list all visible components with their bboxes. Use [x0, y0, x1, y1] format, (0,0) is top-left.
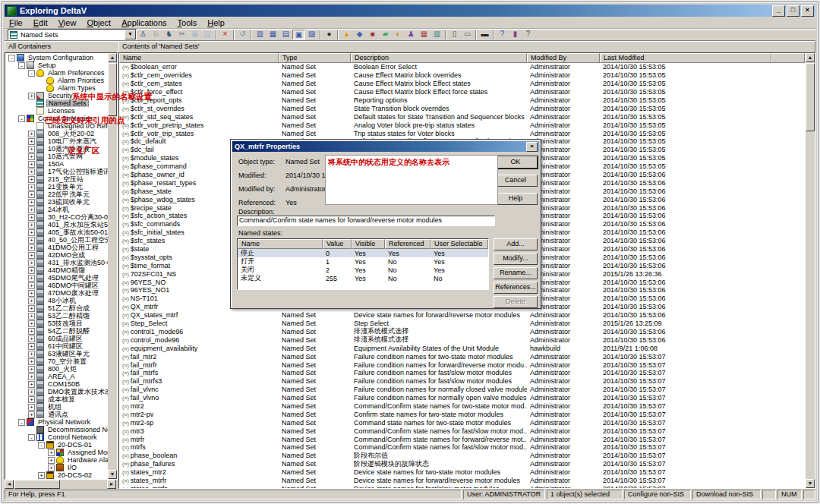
tree-item-10电厂外来蒸汽[interactable]: +10电厂外来蒸汽: [5, 137, 108, 145]
list-row-fail_mtrfs3[interactable]: (≡)fail_mtrfs3Named SetFailure condition…: [119, 377, 806, 386]
tree-item-150a[interactable]: +150A: [5, 160, 108, 168]
upload-user-icon[interactable]: ♘: [150, 30, 162, 39]
tree-item-401_原水加压泵站50-03[interactable]: +401_原水加压泵站50-03: [5, 221, 108, 228]
tree-item-licenses[interactable]: Licenses: [5, 107, 108, 115]
expand-icon[interactable]: +: [28, 161, 35, 168]
expand-icon[interactable]: +: [28, 411, 35, 418]
tree-hscroll-thumb[interactable]: [14, 480, 60, 489]
expand-icon[interactable]: +: [28, 343, 35, 350]
tree-item-405_事故水池50-01[interactable]: +405_事故水池50-01: [5, 228, 108, 236]
expand-icon[interactable]: +: [28, 176, 35, 183]
small-icons-view-icon[interactable]: ▦: [266, 30, 279, 39]
named-state-row-未定义[interactable]: 未定义255YesNoNo: [238, 274, 488, 282]
list-view-icon[interactable]: ▤: [279, 30, 292, 39]
expand-icon[interactable]: +: [28, 260, 35, 266]
tree-item-alarm-types[interactable]: Alarm Types: [5, 84, 108, 92]
container-select[interactable]: Named Sets ▼: [8, 29, 137, 40]
menu-object[interactable]: Object: [82, 18, 115, 27]
tree-item-通讯点[interactable]: +通讯点: [5, 411, 108, 418]
tree-scroll-up-icon[interactable]: ▲: [108, 53, 117, 62]
collapse-icon[interactable]: -: [28, 70, 35, 77]
configure-user-icon[interactable]: ♙: [137, 30, 150, 39]
tree-item-21变换单元[interactable]: +21变换单元: [5, 183, 108, 191]
menu-edit[interactable]: Edit: [29, 18, 52, 27]
status-download-mode[interactable]: Download non-SIS: [692, 490, 761, 499]
close-button[interactable]: ×: [801, 5, 814, 17]
expand-icon[interactable]: +: [28, 396, 35, 403]
list-row-mtr3[interactable]: (≡)mtr3Named SetCommand/Confirm state na…: [119, 427, 806, 435]
expand-icon[interactable]: +: [28, 214, 35, 221]
globe-icon[interactable]: ●: [323, 30, 336, 39]
tree-item-42dmo合成[interactable]: +42DMO合成: [5, 251, 108, 259]
tree-item-54乙二醇脱醛[interactable]: +54乙二醇脱醛: [5, 327, 108, 335]
tree-hscrollbar[interactable]: ◄ ►: [5, 480, 116, 489]
tree-item-47dmo废水处理[interactable]: +47DMO废水处理: [5, 289, 108, 297]
download-user-icon[interactable]: ♞: [162, 30, 175, 39]
tree-item-800_火炬[interactable]: +800_火炬: [5, 365, 108, 373]
collapse-icon[interactable]: -: [8, 55, 15, 61]
list-row-states_mtr2[interactable]: (≡)states_mtr2Named SetDevice state name…: [119, 468, 806, 477]
list-vscroll-thumb[interactable]: [806, 63, 815, 131]
expand-icon[interactable]: +: [28, 169, 35, 175]
expand-icon[interactable]: +: [28, 320, 35, 327]
table-icon[interactable]: ▥: [430, 30, 443, 39]
references-button[interactable]: References...: [494, 282, 538, 294]
expand-icon[interactable]: +: [28, 267, 35, 274]
tree-item-机组[interactable]: +机组: [5, 403, 108, 411]
expand-icon[interactable]: +: [28, 335, 35, 342]
expand-icon[interactable]: +: [48, 465, 55, 471]
assign-icon[interactable]: ◆: [353, 30, 366, 39]
title-bar[interactable]: Exploring DeltaV _ □ ×: [5, 5, 815, 17]
tree-item-20-dcs-02[interactable]: +20-DCS-02: [5, 471, 108, 479]
list-row-fail_mtrfr[interactable]: (≡)fail_mtrfrNamed SetFailure condition …: [119, 361, 806, 369]
column-header-last-modified[interactable]: Last Modified: [600, 53, 771, 63]
user-icon[interactable]: ♟: [405, 30, 418, 39]
tree-item-area_a[interactable]: +AREA_A: [5, 373, 108, 380]
expand-icon[interactable]: +: [48, 457, 55, 464]
expand-icon[interactable]: +: [28, 373, 35, 380]
expand-icon[interactable]: +: [28, 93, 35, 99]
collapse-icon[interactable]: -: [18, 115, 25, 122]
tree-scroll-left-icon[interactable]: ◄: [5, 480, 14, 489]
library-icon[interactable]: ▮: [509, 30, 522, 39]
list-scroll-down-icon[interactable]: ▼: [806, 479, 815, 488]
list-row-mtr2[interactable]: (≡)mtr2Named SetCommand/Confirm state na…: [119, 402, 806, 411]
tree-item-51乙二醇合成[interactable]: +51乙二醇合成: [5, 304, 108, 312]
dialog-close-icon[interactable]: ×: [526, 142, 538, 152]
list-row-$ctlr_force_effect[interactable]: (≡)$ctlr_force_effectNamed SetCause Effe…: [119, 88, 806, 96]
list-row-mtrfr[interactable]: (≡)mtrfrNamed SetCommand/Confirm state n…: [119, 435, 806, 443]
column-header-name[interactable]: Name: [119, 53, 279, 63]
list-row-$ctlr_st_overrides[interactable]: (≡)$ctlr_st_overridesNamed SetState Tran…: [119, 104, 806, 112]
expand-icon[interactable]: +: [28, 199, 35, 206]
expand-icon[interactable]: +: [28, 153, 35, 160]
column-header-modified-by[interactable]: Modified By: [527, 53, 600, 63]
minimize-button[interactable]: _: [772, 5, 785, 17]
chart-icon[interactable]: ▯: [448, 30, 461, 39]
context-help-icon[interactable]: ?: [522, 30, 535, 39]
menu-help[interactable]: Help: [203, 18, 229, 27]
tree-item-61中间罐区[interactable]: +61中间罐区: [5, 342, 108, 350]
collapse-icon[interactable]: -: [18, 62, 25, 69]
history-icon[interactable]: ◐: [392, 30, 405, 39]
list-row-mtr2-pv[interactable]: (≡)mtr2-pvNamed SetConfirm state names f…: [119, 410, 806, 418]
tree-item-53技改项目[interactable]: +53技改项目: [5, 320, 108, 327]
states-column-referenced[interactable]: Referenced: [385, 239, 430, 249]
help-button[interactable]: Help: [494, 193, 538, 205]
tree-item-30_h2-co分离30-01[interactable]: +30_H2-CO分离30-01: [5, 213, 108, 221]
column-header-description[interactable]: Description: [351, 53, 527, 63]
list-row-control_mode96[interactable]: (≡)control_mode96Named Set排渣系统模式选择Admini…: [119, 335, 806, 344]
menu-applications[interactable]: Applications: [117, 18, 171, 27]
expand-icon[interactable]: +: [28, 358, 35, 365]
large-icons-view-icon[interactable]: ▥: [254, 30, 266, 39]
list-row-equipment_availability[interactable]: (≡)equipment_availabilityNamed SetEquipm…: [119, 344, 806, 352]
list-row-states_mtrfs[interactable]: (≡)states_mtrfsNamed SetDevice state nam…: [119, 484, 806, 488]
list-row-$ctlr_votr_pretrip_states[interactable]: (≡)$ctlr_votr_pretrip_statesNamed SetAna…: [119, 121, 806, 129]
tree-item-i-o[interactable]: +I/O: [5, 464, 108, 471]
tree-item-23硫回收单元[interactable]: +23硫回收单元: [5, 198, 108, 206]
list-row-fail_mtr2[interactable]: (≡)fail_mtr2Named SetFailure condition n…: [119, 352, 806, 361]
column-header-blank[interactable]: [771, 53, 805, 63]
alarm-ramp-icon[interactable]: ▲: [340, 30, 353, 39]
tree-item-alarm-preferences[interactable]: -Alarm Preferences: [5, 69, 108, 77]
collapse-icon[interactable]: -: [28, 434, 35, 441]
list-row-$ctlr_cem_states[interactable]: (≡)$ctlr_cem_statesNamed SetCause Effect…: [119, 80, 806, 88]
